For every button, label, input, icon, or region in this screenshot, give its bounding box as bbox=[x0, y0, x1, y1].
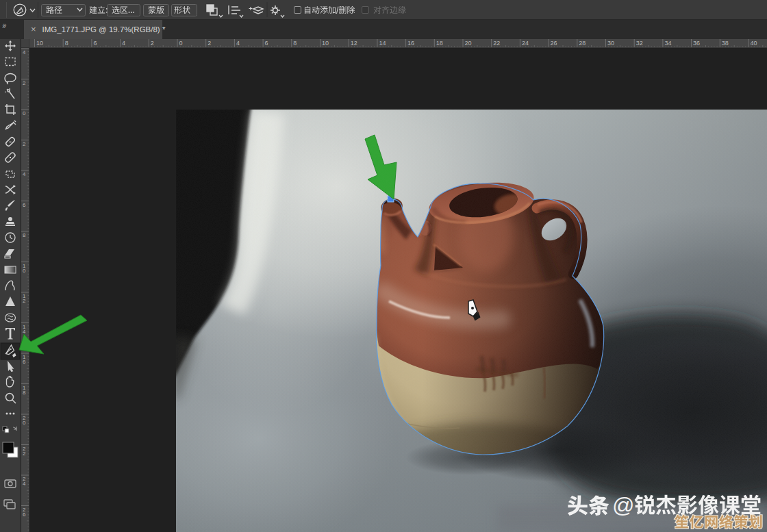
svg-text:10: 10 bbox=[36, 40, 43, 47]
svg-text:22: 22 bbox=[493, 40, 500, 47]
svg-text:28: 28 bbox=[579, 40, 586, 47]
svg-text:2: 2 bbox=[23, 141, 26, 147]
svg-text:6: 6 bbox=[93, 40, 97, 47]
svg-text:4: 4 bbox=[236, 40, 240, 47]
svg-text:0: 0 bbox=[179, 40, 183, 47]
svg-text:20: 20 bbox=[465, 40, 472, 47]
svg-text:32: 32 bbox=[636, 40, 643, 47]
svg-text:4: 4 bbox=[122, 40, 125, 47]
svg-text:18: 18 bbox=[23, 385, 26, 396]
svg-text:4: 4 bbox=[23, 171, 26, 177]
svg-text:8: 8 bbox=[293, 40, 297, 47]
svg-text:4: 4 bbox=[23, 49, 26, 55]
svg-text:10: 10 bbox=[322, 40, 329, 47]
svg-text:34: 34 bbox=[664, 40, 671, 47]
svg-text:20: 20 bbox=[23, 415, 26, 426]
svg-text:38: 38 bbox=[722, 40, 729, 47]
svg-text:8: 8 bbox=[23, 232, 26, 238]
svg-text:26: 26 bbox=[23, 507, 26, 518]
svg-text:30: 30 bbox=[607, 40, 614, 47]
svg-text:2: 2 bbox=[23, 80, 26, 86]
svg-text:12: 12 bbox=[23, 293, 26, 304]
svg-text:6: 6 bbox=[23, 202, 26, 208]
svg-text:2: 2 bbox=[151, 40, 154, 47]
svg-text:16: 16 bbox=[407, 40, 414, 47]
svg-text:0: 0 bbox=[23, 110, 26, 116]
svg-text:26: 26 bbox=[551, 40, 557, 47]
svg-text:36: 36 bbox=[693, 40, 700, 47]
svg-text:14: 14 bbox=[379, 40, 386, 47]
svg-text:16: 16 bbox=[23, 354, 26, 365]
svg-text:12: 12 bbox=[351, 40, 357, 47]
svg-text:10: 10 bbox=[23, 263, 26, 274]
svg-text:22: 22 bbox=[23, 446, 26, 457]
svg-text:6: 6 bbox=[265, 40, 268, 47]
svg-text:14: 14 bbox=[23, 324, 26, 335]
svg-text:8: 8 bbox=[65, 40, 68, 47]
svg-text:18: 18 bbox=[436, 40, 443, 47]
svg-text:24: 24 bbox=[23, 476, 26, 487]
svg-text:40: 40 bbox=[751, 40, 757, 47]
svg-text:24: 24 bbox=[522, 40, 529, 47]
svg-text:2: 2 bbox=[208, 40, 211, 47]
